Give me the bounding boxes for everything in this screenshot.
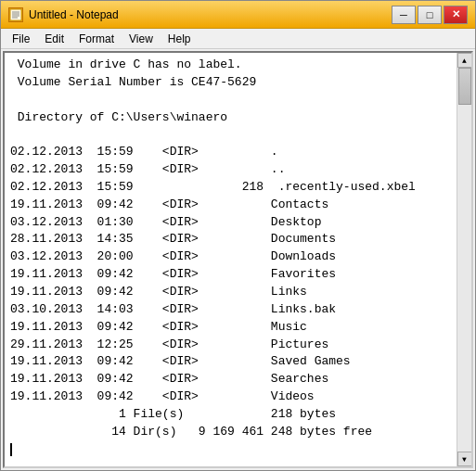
menu-item-help[interactable]: Help bbox=[161, 31, 199, 47]
menu-item-format[interactable]: Format bbox=[71, 31, 122, 47]
title-bar: Untitled - Notepad ─ □ ✕ bbox=[1, 1, 475, 29]
menu-item-view[interactable]: View bbox=[122, 31, 161, 47]
menu-item-edit[interactable]: Edit bbox=[37, 31, 71, 47]
title-bar-left: Untitled - Notepad bbox=[8, 7, 119, 22]
menu-bar: FileEditFormatViewHelp bbox=[1, 29, 475, 49]
svg-rect-0 bbox=[10, 9, 21, 20]
window-title: Untitled - Notepad bbox=[29, 8, 119, 21]
text-editor[interactable]: Volume in drive C has no label. Volume S… bbox=[5, 53, 457, 466]
scroll-up-arrow[interactable]: ▲ bbox=[457, 53, 472, 68]
notepad-window: Untitled - Notepad ─ □ ✕ FileEditFormatV… bbox=[0, 0, 476, 471]
close-button[interactable]: ✕ bbox=[444, 6, 468, 24]
scroll-thumb[interactable] bbox=[458, 68, 471, 105]
scroll-track[interactable] bbox=[457, 68, 471, 452]
maximize-button[interactable]: □ bbox=[418, 6, 442, 24]
notepad-icon bbox=[8, 7, 23, 22]
scroll-down-arrow[interactable]: ▼ bbox=[457, 452, 472, 466]
content-area: Volume in drive C has no label. Volume S… bbox=[3, 51, 473, 468]
title-bar-controls: ─ □ ✕ bbox=[392, 6, 468, 24]
menu-item-file[interactable]: File bbox=[5, 31, 37, 47]
text-cursor bbox=[10, 443, 12, 456]
vertical-scrollbar[interactable]: ▲ ▼ bbox=[457, 53, 471, 466]
minimize-button[interactable]: ─ bbox=[392, 6, 416, 24]
